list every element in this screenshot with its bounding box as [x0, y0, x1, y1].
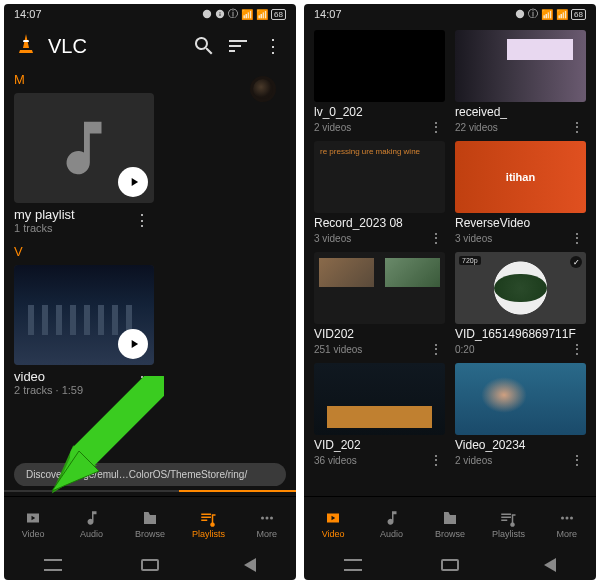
svg-point-4: [516, 10, 524, 18]
nav-more[interactable]: More: [538, 497, 596, 550]
phone-left-playlists: 14:07 ⓘ 📶📶 68 VLC ⋮ M: [4, 4, 296, 580]
playlist-more-icon[interactable]: ⋮: [130, 373, 154, 392]
video-thumbnail: [314, 30, 445, 102]
video-thumbnail: [455, 363, 586, 435]
playlist-card-my-playlist[interactable]: my playlist 1 tracks ⋮: [14, 93, 154, 234]
nav-audio[interactable]: Audio: [62, 497, 120, 550]
music-note-icon: [49, 113, 119, 183]
svg-point-5: [561, 516, 564, 519]
svg-point-0: [203, 10, 211, 18]
nav-playlists[interactable]: Playlists: [479, 497, 537, 550]
video-folder-card[interactable]: VID202 251 videos⋮: [314, 252, 445, 357]
card-more-icon[interactable]: ⋮: [427, 341, 445, 357]
status-bar: 14:07 ⓘ📶📶 68: [304, 4, 596, 24]
playlist-more-icon[interactable]: ⋮: [130, 211, 154, 230]
check-icon: ✓: [570, 256, 582, 268]
playlist-thumbnail: [14, 265, 154, 365]
clock: 14:07: [314, 8, 342, 20]
nav-video[interactable]: Video: [304, 497, 362, 550]
scan-progress: [4, 490, 296, 492]
battery-icon: 68: [571, 9, 586, 20]
card-more-icon[interactable]: ⋮: [427, 230, 445, 246]
video-thumbnail: [314, 252, 445, 324]
nav-more[interactable]: More: [238, 497, 296, 550]
discovery-snackbar: Discovering ige/emul…ColorOS/ThemeStore/…: [14, 463, 286, 486]
sys-back-button[interactable]: [538, 558, 556, 572]
search-icon[interactable]: [192, 34, 216, 58]
status-bar: 14:07 ⓘ 📶📶 68: [4, 4, 296, 24]
section-header-m: M: [14, 72, 286, 87]
video-grid: lv_0_202 2 videos⋮ received_ 22 videos⋮ …: [304, 24, 596, 468]
card-more-icon[interactable]: ⋮: [568, 341, 586, 357]
playlist-subtitle: 2 tracks · 1:59: [14, 384, 83, 396]
video-folder-card[interactable]: VID_202 36 videos⋮: [314, 363, 445, 468]
battery-icon: 68: [271, 9, 286, 20]
nav-browse[interactable]: Browse: [121, 497, 179, 550]
video-folder-card[interactable]: Video_20234 2 videos⋮: [455, 363, 586, 468]
bottom-nav: Video Audio Browse Playlists More: [304, 496, 596, 550]
sort-icon[interactable]: [226, 34, 250, 58]
status-icons: ⓘ📶📶 68: [515, 7, 586, 21]
video-thumbnail: re pressing ure making wine: [314, 141, 445, 213]
nav-browse[interactable]: Browse: [421, 497, 479, 550]
svg-point-7: [570, 516, 573, 519]
playlist-title: my playlist: [14, 207, 75, 222]
status-icons: ⓘ 📶📶 68: [202, 7, 286, 21]
video-thumbnail: 720p ✓: [455, 252, 586, 324]
sys-recent-button[interactable]: [344, 559, 362, 571]
nav-audio[interactable]: Audio: [362, 497, 420, 550]
svg-point-1: [261, 516, 264, 519]
video-thumbnail: itihan: [455, 141, 586, 213]
video-thumbnail: [314, 363, 445, 435]
system-nav: [4, 550, 296, 580]
video-file-card[interactable]: 720p ✓ VID_1651496869711F 0:20⋮: [455, 252, 586, 357]
video-folder-card[interactable]: received_ 22 videos⋮: [455, 30, 586, 135]
play-button[interactable]: [118, 329, 148, 359]
video-thumbnail: [455, 30, 586, 102]
resolution-badge: 720p: [459, 256, 481, 265]
playlist-subtitle: 1 tracks: [14, 222, 75, 234]
svg-point-3: [270, 516, 273, 519]
card-more-icon[interactable]: ⋮: [568, 230, 586, 246]
video-folder-card[interactable]: itihan ReverseVideo 3 videos⋮: [455, 141, 586, 246]
sys-home-button[interactable]: [141, 559, 159, 571]
card-more-icon[interactable]: ⋮: [568, 119, 586, 135]
card-more-icon[interactable]: ⋮: [427, 452, 445, 468]
card-more-icon[interactable]: ⋮: [427, 119, 445, 135]
playlist-title: video: [14, 369, 83, 384]
play-button[interactable]: [118, 167, 148, 197]
card-more-icon[interactable]: ⋮: [568, 452, 586, 468]
sys-back-button[interactable]: [238, 558, 256, 572]
playlist-card-video[interactable]: video 2 tracks · 1:59 ⋮: [14, 265, 154, 396]
video-folder-card[interactable]: lv_0_202 2 videos⋮: [314, 30, 445, 135]
nav-video[interactable]: Video: [4, 497, 62, 550]
section-header-v: V: [14, 244, 286, 259]
clock: 14:07: [14, 8, 42, 20]
svg-point-6: [565, 516, 568, 519]
playlists-content: M my playlist 1 tracks ⋮ V: [4, 68, 296, 496]
app-title: VLC: [48, 35, 182, 58]
phone-right-video: 14:07 ⓘ📶📶 68 lv_0_202 2 videos⋮ received…: [304, 4, 596, 580]
playlist-thumbnail: [14, 93, 154, 203]
nav-playlists[interactable]: Playlists: [179, 497, 237, 550]
video-folder-card[interactable]: re pressing ure making wine Record_2023 …: [314, 141, 445, 246]
system-nav: [304, 550, 596, 580]
app-bar: VLC ⋮: [4, 24, 296, 68]
sys-recent-button[interactable]: [44, 559, 62, 571]
svg-point-2: [265, 516, 268, 519]
overflow-menu-icon[interactable]: ⋮: [260, 35, 286, 57]
vlc-cone-icon: [14, 32, 38, 60]
sys-home-button[interactable]: [441, 559, 459, 571]
bottom-nav: Video Audio Browse Playlists More: [4, 496, 296, 550]
